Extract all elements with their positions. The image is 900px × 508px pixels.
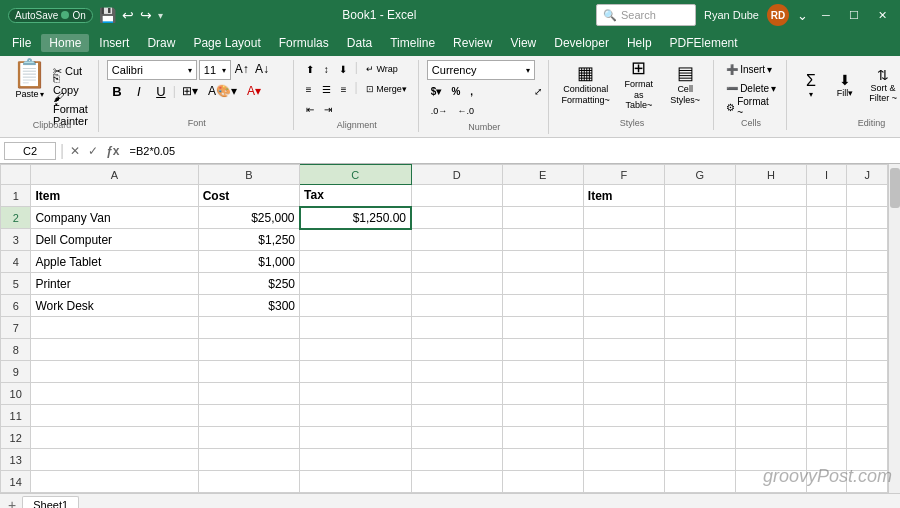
- cell-g1[interactable]: [664, 185, 735, 207]
- row-header-3[interactable]: 3: [1, 229, 31, 251]
- cell-e6[interactable]: [502, 295, 583, 317]
- row-header-9[interactable]: 9: [1, 361, 31, 383]
- menu-page-layout[interactable]: Page Layout: [185, 34, 268, 52]
- col-header-g[interactable]: G: [664, 165, 735, 185]
- cell-i6[interactable]: [806, 295, 847, 317]
- menu-view[interactable]: View: [502, 34, 544, 52]
- percent-button[interactable]: %: [447, 82, 464, 100]
- cell-c4[interactable]: [300, 251, 412, 273]
- row-header-8[interactable]: 8: [1, 339, 31, 361]
- cell-a4[interactable]: Apple Tablet: [31, 251, 198, 273]
- cell-d1[interactable]: [411, 185, 502, 207]
- cell-j2[interactable]: [847, 207, 888, 229]
- cell-d5[interactable]: [411, 273, 502, 295]
- row-header-5[interactable]: 5: [1, 273, 31, 295]
- format-button[interactable]: ⚙ Format ~: [722, 98, 780, 116]
- increase-decimal-button[interactable]: ←.0: [453, 102, 478, 120]
- menu-insert[interactable]: Insert: [91, 34, 137, 52]
- save-icon[interactable]: 💾: [99, 7, 116, 23]
- conditional-formatting-button[interactable]: ▦ Conditional Formatting~: [557, 60, 615, 110]
- cell-i1[interactable]: [806, 185, 847, 207]
- row-header-7[interactable]: 7: [1, 317, 31, 339]
- menu-home[interactable]: Home: [41, 34, 89, 52]
- align-bottom-button[interactable]: ⬇: [335, 60, 351, 78]
- cell-a6[interactable]: Work Desk: [31, 295, 198, 317]
- cell-h4[interactable]: [735, 251, 806, 273]
- row-header-11[interactable]: 11: [1, 405, 31, 427]
- menu-draw[interactable]: Draw: [139, 34, 183, 52]
- cell-i5[interactable]: [806, 273, 847, 295]
- col-header-d[interactable]: D: [411, 165, 502, 185]
- delete-button[interactable]: ➖ Delete ▾: [722, 79, 780, 97]
- align-right-button[interactable]: ≡: [337, 80, 351, 98]
- cell-c6[interactable]: [300, 295, 412, 317]
- cell-c2[interactable]: $1,250.00: [300, 207, 412, 229]
- cell-c3[interactable]: [300, 229, 412, 251]
- row-header-6[interactable]: 6: [1, 295, 31, 317]
- row-header-14[interactable]: 14: [1, 471, 31, 493]
- col-header-h[interactable]: H: [735, 165, 806, 185]
- format-as-table-button[interactable]: ⊞ Format as Table~: [617, 60, 662, 110]
- decrease-decimal-button[interactable]: .0→: [427, 102, 452, 120]
- cell-h5[interactable]: [735, 273, 806, 295]
- col-header-a[interactable]: A: [31, 165, 198, 185]
- cell-a1[interactable]: Item: [31, 185, 198, 207]
- scrollbar-thumb[interactable]: [890, 168, 900, 208]
- paste-dropdown[interactable]: ▾: [40, 90, 44, 99]
- menu-file[interactable]: File: [4, 34, 39, 52]
- col-header-b[interactable]: B: [198, 165, 299, 185]
- cell-h3[interactable]: [735, 229, 806, 251]
- cell-f6[interactable]: [583, 295, 664, 317]
- menu-timeline[interactable]: Timeline: [382, 34, 443, 52]
- cell-a2[interactable]: Company Van: [31, 207, 198, 229]
- cell-g2[interactable]: [664, 207, 735, 229]
- cell-a5[interactable]: Printer: [31, 273, 198, 295]
- indent-dec-button[interactable]: ⇤: [302, 100, 318, 118]
- redo-icon[interactable]: ↪: [140, 7, 152, 23]
- row-header-13[interactable]: 13: [1, 449, 31, 471]
- cell-h6[interactable]: [735, 295, 806, 317]
- menu-formulas[interactable]: Formulas: [271, 34, 337, 52]
- row-header-1[interactable]: 1: [1, 185, 31, 207]
- select-all-button[interactable]: [1, 165, 31, 185]
- cell-j4[interactable]: [847, 251, 888, 273]
- insert-button[interactable]: ➕ Insert ▾: [722, 60, 780, 78]
- row-header-2[interactable]: 2: [1, 207, 31, 229]
- align-left-button[interactable]: ≡: [302, 80, 316, 98]
- row-header-12[interactable]: 12: [1, 427, 31, 449]
- cell-e1[interactable]: [502, 185, 583, 207]
- cell-b6[interactable]: $300: [198, 295, 299, 317]
- cell-b5[interactable]: $250: [198, 273, 299, 295]
- minimize-button[interactable]: ─: [816, 5, 836, 25]
- restore-button[interactable]: ☐: [844, 5, 864, 25]
- cell-e4[interactable]: [502, 251, 583, 273]
- cell-reference-box[interactable]: C2: [4, 142, 56, 160]
- align-center-button[interactable]: ☰: [318, 80, 335, 98]
- undo-icon[interactable]: ↩: [122, 7, 134, 23]
- align-middle-button[interactable]: ↕: [320, 60, 333, 78]
- menu-help[interactable]: Help: [619, 34, 660, 52]
- row-header-4[interactable]: 4: [1, 251, 31, 273]
- cell-f4[interactable]: [583, 251, 664, 273]
- cell-b1[interactable]: Cost: [198, 185, 299, 207]
- cell-b2[interactable]: $25,000: [198, 207, 299, 229]
- formula-input[interactable]: [126, 143, 896, 159]
- autosum-button[interactable]: Σ ▾: [795, 60, 827, 110]
- customize-qat[interactable]: ▾: [158, 10, 163, 21]
- cell-j3[interactable]: [847, 229, 888, 251]
- cell-f3[interactable]: [583, 229, 664, 251]
- cell-j5[interactable]: [847, 273, 888, 295]
- menu-data[interactable]: Data: [339, 34, 380, 52]
- cell-g5[interactable]: [664, 273, 735, 295]
- cell-h2[interactable]: [735, 207, 806, 229]
- sheet-tab-1[interactable]: Sheet1: [22, 496, 79, 509]
- menu-pdfelement[interactable]: PDFElement: [662, 34, 746, 52]
- indent-inc-button[interactable]: ⇥: [320, 100, 336, 118]
- cell-i4[interactable]: [806, 251, 847, 273]
- col-header-c[interactable]: C: [300, 165, 412, 185]
- row-header-10[interactable]: 10: [1, 383, 31, 405]
- autosave-toggle[interactable]: AutoSave On: [8, 8, 93, 23]
- cell-f5[interactable]: [583, 273, 664, 295]
- ribbon-toggle[interactable]: ⌄: [797, 8, 808, 23]
- autosum-chevron[interactable]: ▾: [809, 90, 813, 99]
